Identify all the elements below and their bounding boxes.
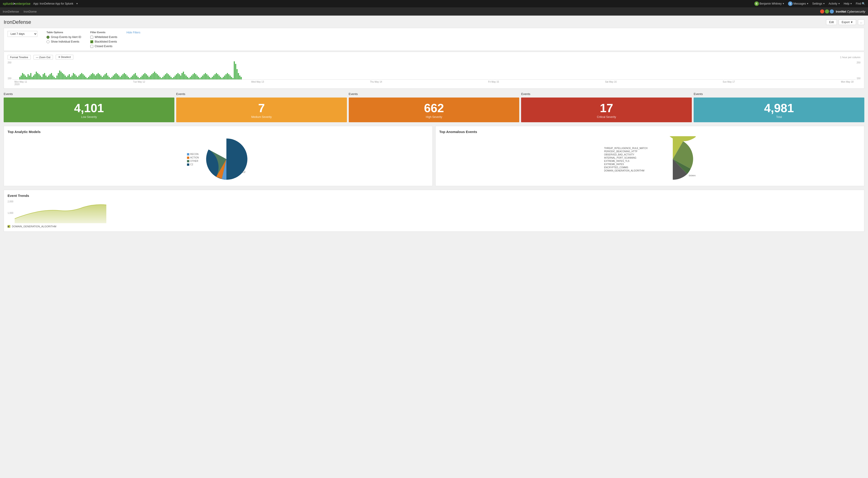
top-anomalous-events-section: Top Anomalous Events THREAT_INTELLIGENCE… (435, 126, 864, 186)
timeline-bar (190, 77, 191, 79)
closed-events-checkbox[interactable] (90, 45, 93, 48)
stat-label-high: Events (349, 91, 520, 97)
analytic-models-pie-area: RECON ACTION OTHER C2 (7, 136, 429, 182)
timeline-bar (135, 73, 136, 79)
other-color (187, 160, 189, 162)
action-label: ACTION (190, 156, 199, 159)
deselect-button[interactable]: ✕ Deselect (56, 55, 73, 60)
y-axis-right: 250 150 (856, 61, 861, 80)
timeline-chart-area: 250 150 250 150 Mon May 112020 Tue May 1… (7, 61, 861, 86)
timeline-bar (102, 77, 103, 79)
timeline-controls: Format Timeline — Zoom Out ✕ Deselect 1 … (7, 55, 861, 60)
timeline-bar (227, 73, 228, 79)
sidebar-item-irondome[interactable]: IronDome (24, 8, 37, 15)
timeline-bar (110, 78, 111, 79)
top-nav-right: B Benjamin Whitney ▼ 5 Messages ▼ Settin… (754, 1, 865, 6)
timeline-bar (32, 77, 33, 79)
timeline-bar (113, 75, 114, 79)
group-events-label: Group Events by Alert ID (51, 35, 81, 39)
filter-events-label: Filter Events (90, 31, 117, 34)
timeline-bar (137, 77, 138, 79)
legend-encrypted: ENCRYPTED_COMMS (604, 166, 648, 169)
time-range-select[interactable]: Last 7 days (7, 31, 37, 37)
edit-button[interactable]: Edit (826, 20, 837, 25)
logo-circle-blue (830, 9, 834, 13)
messages-label: Messages (793, 2, 806, 5)
export-button[interactable]: Export ▼ (839, 20, 856, 25)
stat-number-medium: 7 (180, 102, 343, 114)
timeline-bar (103, 75, 104, 79)
legend-periodic: PERIODIC_BEACONING_HTTP (604, 150, 648, 153)
dga-pie-label: DOMAIN_GENERATION_ALGORITHM (689, 174, 696, 177)
show-individual-input[interactable] (46, 40, 50, 43)
find-area[interactable]: Find 🔍 (856, 2, 865, 5)
format-timeline-button[interactable]: Format Timeline (7, 55, 31, 60)
find-label: Find (856, 2, 861, 5)
closed-events-checkbox-item[interactable]: Closed Events (90, 45, 117, 48)
timeline-bar (21, 75, 22, 79)
stat-box-critical: 17 Critical Severity (521, 98, 692, 122)
timeline-bar (194, 73, 195, 79)
timeline-bar (202, 75, 203, 79)
timeline-bar (216, 73, 217, 79)
timeline-bar (166, 73, 167, 79)
whitelisted-checkbox[interactable] (90, 36, 93, 39)
timeline-bar (91, 74, 92, 79)
legend-recon: RECON (187, 153, 199, 156)
more-button[interactable]: ... (858, 20, 864, 25)
timeline-bar (224, 75, 225, 79)
timeline-bar (183, 72, 184, 79)
group-events-input[interactable] (46, 36, 50, 39)
second-navigation: IronDefense IronDome IronNet Cybersecuri… (0, 7, 868, 15)
timeline-bar (36, 72, 37, 79)
timeline-bar (158, 75, 159, 79)
timeline-bar (89, 75, 91, 79)
c2-color (187, 164, 189, 166)
analytic-models-pie: C2 (204, 136, 249, 183)
legend-action: ACTION (187, 156, 199, 159)
stat-label-total: Events (693, 91, 864, 97)
help-menu[interactable]: Help ▼ (844, 2, 852, 5)
whitelisted-checkbox-item[interactable]: Whitelisted Events (90, 35, 117, 39)
trends-svg (15, 200, 861, 223)
timeline-bar (155, 73, 156, 79)
show-individual-radio[interactable]: Show Individual Events (46, 40, 81, 43)
sidebar-item-irondefense[interactable]: IronDefense (3, 8, 19, 15)
blacklisted-checkbox[interactable] (90, 40, 93, 43)
activity-menu[interactable]: Activity ▼ (829, 2, 840, 5)
hide-filters-link[interactable]: Hide Filters (126, 31, 141, 34)
timeline-bar (117, 74, 118, 79)
activity-caret: ▼ (838, 2, 840, 5)
user-menu[interactable]: B Benjamin Whitney ▼ (754, 1, 784, 6)
timeline-bar (199, 78, 200, 79)
trends-chart-area (15, 200, 861, 223)
zoom-out-button[interactable]: — Zoom Out (33, 55, 53, 60)
timeline-bar (164, 75, 165, 79)
timeline-bar (61, 72, 62, 79)
timeline-bar (147, 75, 148, 79)
timeline-bar (170, 77, 172, 79)
timeline-bar (159, 77, 161, 79)
timeline-bar (186, 75, 187, 79)
timeline-bar (100, 75, 101, 79)
timeline-bar (52, 75, 53, 79)
messages-badge: 5 (788, 1, 793, 6)
app-name[interactable]: App: IronDefense App for Splunk (33, 2, 73, 5)
blacklisted-checkbox-item[interactable]: Blacklisted Events (90, 40, 117, 43)
group-events-radio[interactable]: Group Events by Alert ID (46, 35, 81, 39)
timeline-bar (41, 77, 42, 79)
app-caret[interactable]: ▼ (76, 2, 78, 5)
timeline-bar (172, 78, 173, 79)
stat-card-critical: Events 17 Critical Severity (521, 91, 692, 122)
timeline-bar (112, 77, 113, 79)
timeline-bar (81, 73, 82, 79)
messages-menu[interactable]: 5 Messages ▼ (788, 1, 809, 6)
search-icon[interactable]: 🔍 (862, 2, 865, 5)
timeline-bar (161, 78, 162, 79)
controls-row: Last 7 days Table Options Group Events b… (7, 31, 861, 48)
settings-menu[interactable]: Settings ▼ (812, 2, 825, 5)
anomalous-events-pie-area: THREAT_INTELLIGENCE_RULE_MATCH PERIODIC_… (439, 136, 861, 182)
timeline-bar (126, 75, 128, 79)
timeline-bar (65, 75, 66, 79)
timeline-bar (34, 74, 35, 79)
